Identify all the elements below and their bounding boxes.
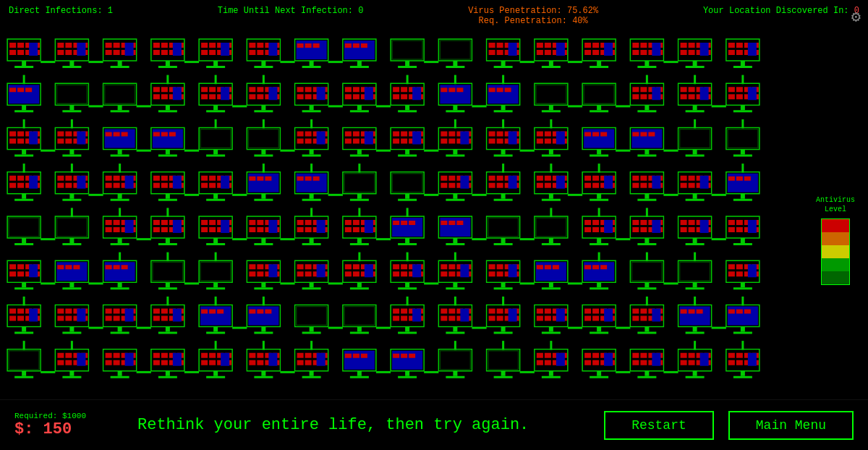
- time-next-infection: Time Until Next Infection: 0: [218, 6, 364, 26]
- game-message: Rethink your entire life, then try again…: [137, 416, 529, 434]
- av-segment-green1: [822, 258, 849, 271]
- antivirus-title: AntivirusLevel: [810, 195, 861, 214]
- antivirus-meter: [821, 218, 850, 285]
- av-segment-red: [822, 219, 849, 232]
- required-label: Required: $1000: [14, 412, 130, 420]
- restart-button[interactable]: Restart: [604, 411, 714, 440]
- location-discovered: Your Location Discovered In: 0: [703, 6, 859, 26]
- hud-bar: Direct Infections: 1 Time Until Next Inf…: [0, 6, 868, 26]
- message-section: Rethink your entire life, then try again…: [130, 416, 579, 434]
- money-value: $: 150: [14, 420, 130, 438]
- direct-infections: Direct Infections: 1: [9, 6, 113, 26]
- main-menu-button[interactable]: Main Menu: [728, 411, 854, 440]
- antivirus-panel: AntivirusLevel: [810, 195, 861, 285]
- gear-icon[interactable]: ⚙: [851, 7, 861, 27]
- av-segment-yellow: [822, 245, 849, 258]
- virus-penetration: Virus Penetration: 75.62% Req. Penetrati…: [468, 6, 598, 26]
- buttons-section: Restart Main Menu: [579, 411, 854, 440]
- money-section: Required: $1000 $: 150: [14, 412, 130, 438]
- grid-area: [0, 36, 767, 391]
- bottom-bar: Required: $1000 $: 150 Rethink your enti…: [0, 399, 868, 450]
- av-segment-green2: [822, 271, 849, 284]
- av-segment-orange: [822, 232, 849, 245]
